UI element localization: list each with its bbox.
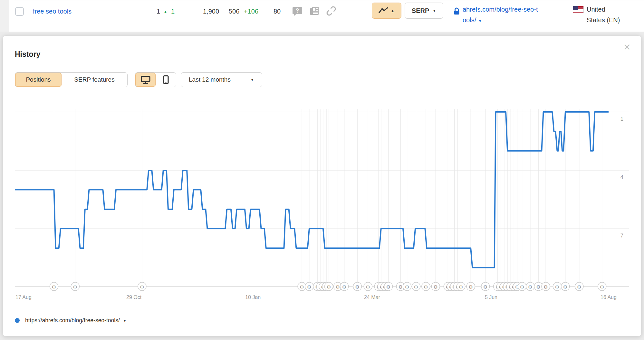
- gear-icon: ⚙: [336, 284, 340, 290]
- gear-icon: ⚙: [536, 284, 541, 290]
- gear-icon: ⚙: [414, 284, 418, 290]
- y-tick-label: 1: [620, 116, 623, 122]
- flag-canton: [573, 6, 578, 10]
- trend-line-icon: [379, 7, 388, 14]
- lock-icon: [454, 7, 460, 15]
- gear-icon: ⚙: [405, 284, 409, 290]
- gear-icon: ⚙: [520, 284, 524, 290]
- y-tick-label: 7: [620, 233, 623, 238]
- gear-icon: ⚙: [543, 284, 548, 290]
- gear-icon: ⚙: [355, 284, 360, 290]
- gear-icon: ⚙: [563, 284, 567, 290]
- url-line2: ools/: [463, 16, 476, 24]
- position-up-icon: ▲: [163, 9, 168, 14]
- position-value: 1: [157, 8, 160, 15]
- position-history-button[interactable]: ▲: [372, 3, 401, 19]
- target-url-link[interactable]: ahrefs.com/blog/free-seo-t ools/▼: [463, 4, 565, 26]
- us-flag-icon: [573, 6, 584, 13]
- country-label: United States (EN): [587, 4, 623, 25]
- row-left-gutter: [0, 0, 9, 32]
- gear-icon: ⚙: [434, 284, 438, 290]
- traffic-value: 506: [229, 8, 239, 15]
- keyword-row: free seo tools 1 ▲ 1 1,900 506 +106 80 ?…: [0, 0, 644, 32]
- gear-icon: ⚙: [399, 284, 403, 290]
- row-checkbox[interactable]: [15, 7, 24, 16]
- series-color-dot: [15, 318, 20, 323]
- gear-icon: ⚙: [528, 284, 532, 290]
- url-line1: ahrefs.com/blog/free-seo-t: [463, 6, 538, 13]
- gear-icon: ⚙: [577, 284, 581, 290]
- position-history-chart: ⚙⚙⚙⚙⚙⚙⚙⚙⚙⚙⚙⚙⚙⚙⚙⚙⚙⚙⚙⚙⚙⚙⚙⚙⚙⚙⚙⚙⚙⚙⚙⚙⚙⚙⚙⚙⚙⚙⚙⚙…: [3, 36, 642, 337]
- kd-value: 80: [274, 8, 281, 15]
- keyword-link[interactable]: free seo tools: [33, 8, 72, 15]
- chart-legend[interactable]: https://ahrefs.com/blog/free-seo-tools/ …: [15, 317, 127, 324]
- link-icon[interactable]: [325, 5, 337, 17]
- x-tick-label: 10 Jan: [245, 295, 261, 300]
- gear-icon: ⚙: [52, 284, 56, 290]
- x-tick-label: 5 Jun: [485, 295, 497, 300]
- y-tick-label: 4: [620, 174, 623, 180]
- gear-icon: ⚙: [555, 284, 559, 290]
- position-change: 1: [171, 8, 175, 15]
- help-icon[interactable]: ?: [292, 5, 303, 17]
- history-panel: ✕ History Positions SERP features: [3, 35, 641, 336]
- gear-icon: ⚙: [600, 284, 604, 290]
- gear-icon: ⚙: [300, 284, 304, 290]
- trend-up-icon: ▲: [390, 8, 395, 13]
- legend-url: https://ahrefs.com/blog/free-seo-tools/: [25, 317, 120, 324]
- gear-icon: ⚙: [140, 284, 144, 290]
- legend-caret-icon: ▼: [123, 319, 127, 323]
- url-caret-icon: ▼: [478, 19, 482, 23]
- x-tick-label: 16 Aug: [601, 295, 617, 300]
- gear-icon: ⚙: [386, 284, 390, 290]
- x-tick-label: 29 Oct: [126, 295, 142, 300]
- traffic-change: +106: [244, 8, 258, 15]
- row-divider: [14, 1, 644, 1]
- volume-value: 1,900: [203, 8, 219, 15]
- chevron-down-icon: ▼: [432, 8, 436, 13]
- gear-icon: ⚙: [468, 284, 473, 290]
- copy-icon[interactable]: [309, 5, 320, 17]
- serp-dropdown-button[interactable]: SERP ▼: [405, 3, 443, 19]
- gear-icon: ⚙: [327, 284, 331, 290]
- gear-icon: ⚙: [366, 284, 370, 290]
- gear-icon: ⚙: [483, 284, 487, 290]
- position-line: [15, 112, 609, 268]
- gear-icon: ⚙: [307, 284, 311, 290]
- x-tick-label: 24 Mar: [364, 295, 380, 300]
- x-tick-label: 17 Aug: [15, 295, 32, 300]
- gear-icon: ⚙: [73, 284, 77, 290]
- gear-icon: ⚙: [459, 284, 463, 290]
- gear-icon: ⚙: [424, 284, 428, 290]
- svg-text:?: ?: [296, 7, 299, 14]
- gear-icon: ⚙: [342, 284, 346, 290]
